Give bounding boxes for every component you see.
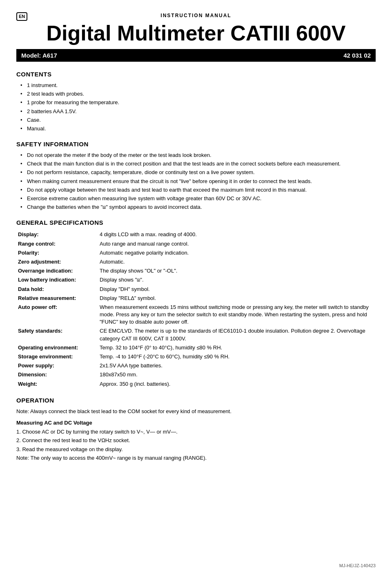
safety-section: SAFETY INFORMATION Do not operate the me… bbox=[16, 140, 376, 211]
table-row: Overrange indication:The display shows "… bbox=[16, 266, 376, 275]
specs-section: GENERAL SPECIFICATIONS Display:4 digits … bbox=[16, 218, 376, 388]
table-row: Operating environment:Temp. 32 to 104°F … bbox=[16, 343, 376, 352]
spec-label: Overrange indication: bbox=[16, 266, 98, 275]
spec-value: Automatic. bbox=[98, 257, 376, 266]
list-item: 2. Connect the red test lead to the VΩHz… bbox=[16, 437, 376, 444]
table-row: Zero adjustment:Automatic. bbox=[16, 257, 376, 266]
spec-value: 2x1.5V AAA type batteries. bbox=[98, 361, 376, 370]
spec-value: When measurement exceeds 15 mins without… bbox=[98, 303, 376, 327]
safety-title: SAFETY INFORMATION bbox=[16, 140, 376, 148]
top-header: INSTRUCTION MANUAL bbox=[16, 12, 376, 19]
spec-label: Operating environment: bbox=[16, 343, 98, 352]
spec-label: Polarity: bbox=[16, 248, 98, 257]
table-row: Display:4 digits LCD with a max. reading… bbox=[16, 230, 376, 239]
spec-label: Auto power off: bbox=[16, 303, 98, 327]
spec-label: Dimension: bbox=[16, 370, 98, 379]
operation-section: OPERATION Note: Always connect the black… bbox=[16, 396, 376, 462]
ac-dc-steps: 1. Choose AC or DC by turning the rotary… bbox=[16, 428, 376, 462]
spec-label: Range control: bbox=[16, 239, 98, 248]
table-row: Low battery indication:Display shows "⧆"… bbox=[16, 275, 376, 284]
table-row: Range control:Auto range and manual rang… bbox=[16, 239, 376, 248]
spec-label: Power supply: bbox=[16, 361, 98, 370]
spec-value: Automatic negative polarity indication. bbox=[98, 248, 376, 257]
list-item: Do not operate the meter if the body of … bbox=[20, 152, 376, 159]
list-item: Case. bbox=[20, 116, 376, 124]
table-row: Data hold:Display "DH" symbol. bbox=[16, 285, 376, 294]
list-item: Manual. bbox=[20, 125, 376, 132]
table-row: Storage environment:Temp. -4 to 140°F (-… bbox=[16, 352, 376, 361]
spec-label: Safety standards: bbox=[16, 327, 98, 343]
list-item: When making current measurement ensure t… bbox=[20, 178, 376, 185]
spec-label: Data hold: bbox=[16, 285, 98, 294]
table-row: Safety standards:CE EMC/LVD. The meter i… bbox=[16, 327, 376, 343]
spec-value: The display shows "OL" or "-OL". bbox=[98, 266, 376, 275]
spec-label: Relative measurement: bbox=[16, 294, 98, 303]
footer: MJ-HE/JZ-140423 bbox=[339, 563, 376, 569]
model-bar: Model: A617 42 031 02 bbox=[16, 49, 376, 62]
spec-value: Approx. 350 g (incl. batteries). bbox=[98, 380, 376, 389]
spec-value: Display "DH" symbol. bbox=[98, 285, 376, 294]
spec-value: 180x87x50 mm. bbox=[98, 370, 376, 379]
table-row: Auto power off:When measurement exceeds … bbox=[16, 303, 376, 327]
spec-label: Low battery indication: bbox=[16, 275, 98, 284]
safety-list: Do not operate the meter if the body of … bbox=[16, 152, 376, 211]
list-item: 1 probe for measuring the temperature. bbox=[20, 99, 376, 106]
contents-list: 1 instrument.2 test leads with probes.1 … bbox=[16, 82, 376, 132]
main-title: Digital Multimeter CATIII 600V bbox=[16, 22, 376, 45]
table-row: Dimension:180x87x50 mm. bbox=[16, 370, 376, 379]
spec-label: Weight: bbox=[16, 380, 98, 389]
contents-section: CONTENTS 1 instrument.2 test leads with … bbox=[16, 70, 376, 132]
operation-note: Note: Always connect the black test lead… bbox=[16, 408, 376, 415]
list-item: 2 test leads with probes. bbox=[20, 90, 376, 98]
spec-label: Display: bbox=[16, 230, 98, 239]
list-item: Do not perform resistance, capacity, tem… bbox=[20, 169, 376, 176]
spec-label: Storage environment: bbox=[16, 352, 98, 361]
spec-value: Temp. 32 to 104°F (0° to 40°C), humidity… bbox=[98, 343, 376, 352]
spec-value: Display "RELΔ" symbol. bbox=[98, 294, 376, 303]
spec-value: 4 digits LCD with a max. reading of 4000… bbox=[98, 230, 376, 239]
specs-table: Display:4 digits LCD with a max. reading… bbox=[16, 230, 376, 388]
list-item: 1 instrument. bbox=[20, 82, 376, 89]
operation-title: OPERATION bbox=[16, 396, 376, 405]
product-code: 42 031 02 bbox=[343, 51, 371, 60]
ac-dc-title: Measuring AC and DC Voltage bbox=[16, 419, 376, 427]
list-item: Check that the main function dial is in … bbox=[20, 160, 376, 168]
table-row: Weight:Approx. 350 g (incl. batteries). bbox=[16, 380, 376, 389]
list-item: Note: The only way to access the 400mV~ … bbox=[16, 454, 376, 462]
contents-title: CONTENTS bbox=[16, 70, 376, 78]
list-item: 3. Read the measured voltage on the disp… bbox=[16, 446, 376, 453]
spec-value: CE EMC/LVD. The meter is up to the stand… bbox=[98, 327, 376, 343]
list-item: 2 batteries AAA 1.5V. bbox=[20, 108, 376, 115]
list-item: Change the batteries when the "⧆" symbol… bbox=[20, 204, 376, 211]
list-item: Do not apply voltage between the test le… bbox=[20, 186, 376, 194]
list-item: 1. Choose AC or DC by turning the rotary… bbox=[16, 428, 376, 436]
spec-value: Auto range and manual range control. bbox=[98, 239, 376, 248]
spec-value: Temp. -4 to 140°F (-20°C to 60°C), humid… bbox=[98, 352, 376, 361]
table-row: Relative measurement:Display "RELΔ" symb… bbox=[16, 294, 376, 303]
spec-value: Display shows "⧆". bbox=[98, 275, 376, 284]
specs-title: GENERAL SPECIFICATIONS bbox=[16, 218, 376, 227]
table-row: Polarity:Automatic negative polarity ind… bbox=[16, 248, 376, 257]
list-item: Exercise extreme caution when measuring … bbox=[20, 195, 376, 202]
en-badge: EN bbox=[16, 12, 27, 21]
table-row: Power supply:2x1.5V AAA type batteries. bbox=[16, 361, 376, 370]
model-label: Model: A617 bbox=[21, 51, 57, 60]
spec-label: Zero adjustment: bbox=[16, 257, 98, 266]
